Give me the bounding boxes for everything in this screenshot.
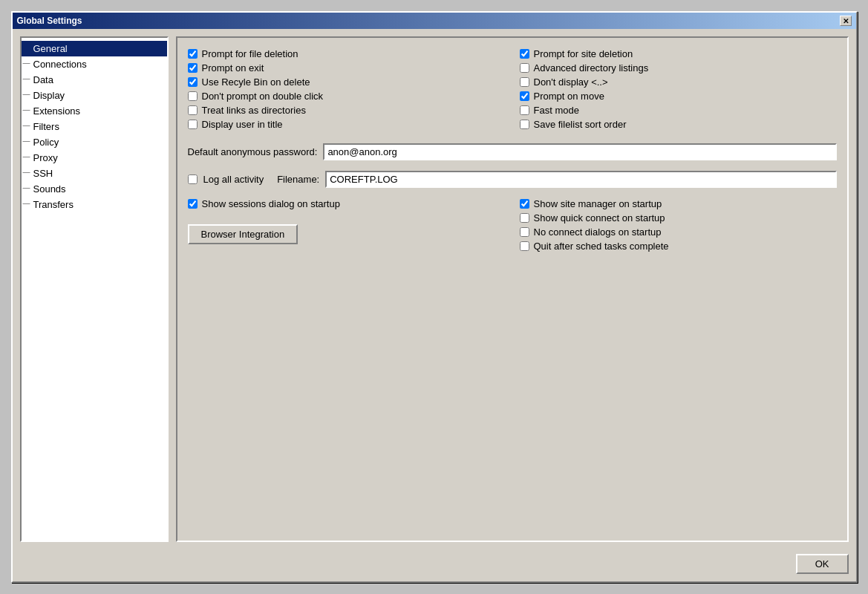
log-activity-checkbox[interactable] — [188, 174, 198, 184]
global-settings-dialog: Global Settings ✕ General Connections Da… — [11, 11, 858, 583]
checkbox-row-quit-after: Quit after sched tasks complete — [520, 241, 837, 252]
dialog-title: Global Settings — [17, 16, 82, 26]
treat-links-label[interactable]: Treat links as directories — [202, 105, 306, 116]
checkbox-row-prompt-exit: Prompt on exit — [188, 62, 505, 74]
checkboxes-grid: Prompt for file deletion Prompt on exit … — [188, 48, 837, 133]
fast-mode-label[interactable]: Fast mode — [534, 105, 579, 116]
anonymous-password-label: Default anonymous password: — [188, 146, 318, 157]
quit-after-label[interactable]: Quit after sched tasks complete — [534, 241, 669, 252]
display-user-checkbox[interactable] — [188, 120, 198, 129]
show-site-manager-checkbox[interactable] — [520, 199, 529, 209]
ok-button[interactable]: OK — [796, 554, 849, 574]
checkbox-row-prompt-move: Prompt on move — [520, 91, 837, 102]
sidebar-item-proxy[interactable]: Proxy — [22, 150, 167, 166]
bottom-left: Show sessions dialog on startup Browser … — [188, 198, 505, 244]
anonymous-password-input[interactable] — [323, 143, 836, 160]
checkbox-row-show-quick-connect: Show quick connect on startup — [520, 212, 837, 223]
checkbox-row-recycle-bin: Use Recyle Bin on delete — [188, 76, 505, 88]
sidebar-item-sounds[interactable]: Sounds — [22, 181, 167, 197]
checkbox-row-display-user: Display user in title — [188, 119, 505, 130]
bottom-section: Show sessions dialog on startup Browser … — [188, 198, 837, 255]
recycle-bin-label[interactable]: Use Recyle Bin on delete — [202, 76, 310, 88]
quit-after-checkbox[interactable] — [520, 241, 529, 251]
sidebar-item-ssh[interactable]: SSH — [22, 166, 167, 181]
sidebar-item-display[interactable]: Display — [22, 88, 167, 103]
anonymous-password-row: Default anonymous password: — [188, 143, 837, 160]
prompt-file-deletion-checkbox[interactable] — [188, 49, 198, 59]
checkbox-row-treat-links: Treat links as directories — [188, 105, 505, 116]
show-site-manager-label[interactable]: Show site manager on startup — [534, 198, 662, 209]
content-area: Prompt for file deletion Prompt on exit … — [176, 36, 849, 542]
recycle-bin-checkbox[interactable] — [188, 77, 198, 87]
no-connect-dialogs-checkbox[interactable] — [520, 227, 529, 237]
browser-integration-container: Browser Integration — [188, 217, 505, 244]
no-double-click-label[interactable]: Don't prompt on double click — [202, 91, 324, 102]
browser-integration-button[interactable]: Browser Integration — [188, 224, 298, 244]
show-quick-connect-checkbox[interactable] — [520, 213, 529, 223]
checkbox-row-save-filelist: Save filelist sort order — [520, 119, 837, 130]
bottom-right: Show site manager on startup Show quick … — [520, 198, 837, 255]
prompt-move-label[interactable]: Prompt on move — [534, 91, 604, 102]
checkbox-row-no-connect-dialogs: No connect dialogs on startup — [520, 226, 837, 238]
prompt-file-deletion-label[interactable]: Prompt for file deletion — [202, 48, 298, 59]
checkbox-row-no-double-click: Don't prompt on double click — [188, 91, 505, 102]
checkbox-row-prompt-site-deletion: Prompt for site deletion — [520, 48, 837, 59]
show-quick-connect-label[interactable]: Show quick connect on startup — [534, 212, 665, 223]
treat-links-checkbox[interactable] — [188, 105, 198, 115]
sidebar-item-general[interactable]: General — [22, 41, 167, 56]
checkbox-row-prompt-file-deletion: Prompt for file deletion — [188, 48, 505, 59]
sidebar-item-extensions[interactable]: Extensions — [22, 103, 167, 119]
checkbox-col-right: Prompt for site deletion Advanced direct… — [520, 48, 837, 133]
save-filelist-label[interactable]: Save filelist sort order — [534, 119, 627, 130]
checkbox-row-fast-mode: Fast mode — [520, 105, 837, 116]
prompt-exit-checkbox[interactable] — [188, 63, 198, 73]
show-sessions-checkbox[interactable] — [188, 199, 198, 209]
prompt-site-deletion-label[interactable]: Prompt for site deletion — [534, 48, 633, 59]
advanced-dir-checkbox[interactable] — [520, 63, 529, 73]
checkbox-row-show-sessions: Show sessions dialog on startup — [188, 198, 505, 209]
sidebar-item-connections[interactable]: Connections — [22, 56, 167, 72]
title-bar: Global Settings ✕ — [13, 13, 856, 29]
checkbox-row-advanced-dir: Advanced directory listings — [520, 62, 837, 74]
prompt-site-deletion-checkbox[interactable] — [520, 49, 529, 59]
sidebar-item-policy[interactable]: Policy — [22, 134, 167, 150]
dialog-body: General Connections Data Display Extensi… — [13, 29, 856, 549]
sidebar-item-transfers[interactable]: Transfers — [22, 197, 167, 212]
filename-input[interactable] — [325, 171, 836, 188]
close-button[interactable]: ✕ — [840, 16, 852, 26]
checkbox-col-left: Prompt for file deletion Prompt on exit … — [188, 48, 505, 133]
no-connect-dialogs-label[interactable]: No connect dialogs on startup — [534, 226, 662, 238]
dialog-footer: OK — [13, 549, 856, 581]
prompt-exit-label[interactable]: Prompt on exit — [202, 62, 264, 74]
fast-mode-checkbox[interactable] — [520, 105, 529, 115]
checkbox-row-dont-display: Don't display <..> — [520, 76, 837, 88]
display-user-label[interactable]: Display user in title — [202, 119, 283, 130]
checkbox-row-show-site-manager: Show site manager on startup — [520, 198, 837, 209]
no-double-click-checkbox[interactable] — [188, 91, 198, 101]
filename-label: Filename: — [277, 174, 319, 185]
show-sessions-label[interactable]: Show sessions dialog on startup — [202, 198, 340, 209]
prompt-move-checkbox[interactable] — [520, 91, 529, 101]
dont-display-checkbox[interactable] — [520, 77, 529, 87]
dont-display-label[interactable]: Don't display <..> — [534, 76, 608, 88]
sidebar: General Connections Data Display Extensi… — [20, 36, 169, 542]
log-activity-label[interactable]: Log all activity — [203, 174, 264, 185]
log-activity-row: Log all activity Filename: — [188, 171, 837, 188]
advanced-dir-label[interactable]: Advanced directory listings — [534, 62, 649, 74]
sidebar-item-data[interactable]: Data — [22, 72, 167, 88]
save-filelist-checkbox[interactable] — [520, 120, 529, 129]
sidebar-item-filters[interactable]: Filters — [22, 119, 167, 134]
